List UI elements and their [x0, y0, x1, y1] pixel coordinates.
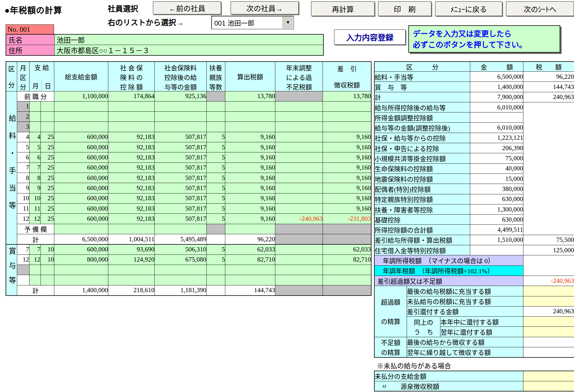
- pay-month-cell[interactable]: [29, 122, 40, 132]
- dependents-cell[interactable]: 5: [206, 163, 225, 173]
- insurance-cell[interactable]: 92,183: [108, 163, 155, 173]
- collected-cell[interactable]: 9,160: [323, 152, 371, 163]
- gross-cell[interactable]: 600,000: [54, 142, 108, 152]
- gross-cell[interactable]: [54, 265, 108, 275]
- calc-tax-cell[interactable]: 9,160: [225, 142, 275, 152]
- collected-cell[interactable]: [323, 112, 371, 122]
- pay-day-cell[interactable]: [40, 265, 54, 275]
- after-insurance-cell[interactable]: 507,817: [155, 132, 206, 142]
- calc-tax-cell[interactable]: [225, 275, 275, 285]
- pay-month-cell[interactable]: 6: [29, 152, 40, 163]
- insurance-cell[interactable]: [108, 122, 155, 132]
- pay-month-cell[interactable]: 12: [29, 214, 40, 224]
- collected-cell[interactable]: 62,033: [323, 244, 371, 254]
- pay-day-cell[interactable]: [40, 122, 54, 132]
- address-value-cell[interactable]: 大阪市都島区○○１－１５－３: [54, 45, 323, 56]
- after-insurance-cell[interactable]: [155, 112, 206, 122]
- adjust-cell[interactable]: [275, 275, 323, 285]
- after-insurance-cell[interactable]: 507,817: [155, 142, 206, 152]
- pay-day-cell[interactable]: 10: [40, 254, 54, 265]
- unpaid-amount-input[interactable]: [523, 371, 574, 381]
- after-insurance-cell[interactable]: 506,310: [155, 244, 206, 254]
- pay-month-cell[interactable]: [29, 101, 40, 111]
- insurance-cell[interactable]: [108, 224, 155, 234]
- gross-cell[interactable]: 600,000: [54, 152, 108, 163]
- calc-tax-cell[interactable]: [225, 265, 275, 275]
- collected-cell[interactable]: 9,160: [323, 193, 371, 203]
- adjust-cell[interactable]: [275, 204, 323, 214]
- pay-month-cell[interactable]: 4: [29, 132, 40, 142]
- gross-cell[interactable]: [54, 275, 108, 285]
- dependents-cell[interactable]: [206, 275, 225, 285]
- pay-day-cell[interactable]: [40, 101, 54, 111]
- calc-tax-cell[interactable]: [225, 224, 275, 234]
- adjust-cell[interactable]: [275, 101, 323, 111]
- collected-cell[interactable]: [323, 101, 371, 111]
- dependents-cell[interactable]: 5: [206, 132, 225, 142]
- pay-month-cell[interactable]: 7: [29, 163, 40, 173]
- insurance-cell[interactable]: 174,864: [108, 91, 155, 101]
- dependents-cell[interactable]: 5: [206, 173, 225, 183]
- employee-dropdown[interactable]: 001 池田一郎 ▼: [211, 16, 294, 29]
- collected-cell[interactable]: [323, 275, 371, 285]
- insurance-cell[interactable]: 92,183: [108, 193, 155, 203]
- insurance-cell[interactable]: 92,183: [108, 173, 155, 183]
- dependents-cell[interactable]: [206, 122, 225, 132]
- collected-cell[interactable]: 9,160: [323, 173, 371, 183]
- dependents-cell[interactable]: [206, 101, 225, 111]
- gross-cell[interactable]: [54, 122, 108, 132]
- insurance-cell[interactable]: 92,183: [108, 183, 155, 193]
- after-insurance-cell[interactable]: 507,817: [155, 183, 206, 193]
- calc-tax-cell[interactable]: 13,780: [225, 91, 275, 101]
- dependents-cell[interactable]: [206, 265, 225, 275]
- gross-cell[interactable]: 600,000: [54, 163, 108, 173]
- adjust-cell[interactable]: -240,963: [275, 214, 323, 224]
- dependents-cell[interactable]: 5: [206, 244, 225, 254]
- after-insurance-cell[interactable]: [155, 101, 206, 111]
- pay-day-cell[interactable]: 25: [40, 183, 54, 193]
- pay-month-cell[interactable]: [29, 275, 40, 285]
- insurance-cell[interactable]: 92,183: [108, 132, 155, 142]
- after-insurance-cell[interactable]: 507,817: [155, 163, 206, 173]
- gross-cell[interactable]: 600,000: [54, 204, 108, 214]
- pay-day-cell[interactable]: 25: [40, 163, 54, 173]
- insurance-cell[interactable]: [108, 101, 155, 111]
- gross-cell[interactable]: [54, 101, 108, 111]
- adjust-cell[interactable]: [275, 193, 323, 203]
- insurance-cell[interactable]: [108, 112, 155, 122]
- calc-tax-cell[interactable]: [225, 101, 275, 111]
- calc-tax-cell[interactable]: 82,710: [225, 254, 275, 265]
- collected-cell[interactable]: 9,160: [323, 132, 371, 142]
- refund-next-year-input[interactable]: [523, 327, 574, 337]
- gross-cell[interactable]: 600,000: [54, 244, 108, 254]
- after-insurance-cell[interactable]: [155, 265, 206, 275]
- collected-cell[interactable]: 9,160: [323, 142, 371, 152]
- adjust-cell[interactable]: [275, 173, 323, 183]
- print-button[interactable]: 印 刷: [378, 1, 431, 16]
- adjust-cell[interactable]: [275, 254, 323, 265]
- calc-tax-cell[interactable]: 9,160: [225, 163, 275, 173]
- collected-cell[interactable]: 13,780: [323, 91, 371, 101]
- dependents-cell[interactable]: 5: [206, 254, 225, 265]
- gross-cell[interactable]: [54, 112, 108, 122]
- insurance-cell[interactable]: 92,183: [108, 142, 155, 152]
- gross-cell[interactable]: [54, 224, 108, 234]
- after-insurance-cell[interactable]: 507,817: [155, 152, 206, 163]
- calc-tax-cell[interactable]: [225, 122, 275, 132]
- pay-month-cell[interactable]: 10: [29, 193, 40, 203]
- insurance-cell[interactable]: [108, 275, 155, 285]
- adjust-cell[interactable]: [275, 152, 323, 163]
- collected-cell[interactable]: -231,803: [323, 214, 371, 224]
- pay-day-cell[interactable]: [40, 275, 54, 285]
- pay-month-cell[interactable]: 7: [29, 244, 40, 254]
- insurance-cell[interactable]: 92,183: [108, 152, 155, 163]
- prev-employee-button[interactable]: ←前の社員: [153, 1, 221, 14]
- collected-cell[interactable]: 9,160: [323, 183, 371, 193]
- gross-cell[interactable]: 600,000: [54, 193, 108, 203]
- pay-day-cell[interactable]: 10: [40, 244, 54, 254]
- dropdown-arrow-icon[interactable]: ▼: [283, 17, 293, 28]
- calc-tax-cell[interactable]: 62,033: [225, 244, 275, 254]
- dependents-cell[interactable]: 5: [206, 152, 225, 163]
- gross-cell[interactable]: 600,000: [54, 173, 108, 183]
- after-insurance-cell[interactable]: [155, 275, 206, 285]
